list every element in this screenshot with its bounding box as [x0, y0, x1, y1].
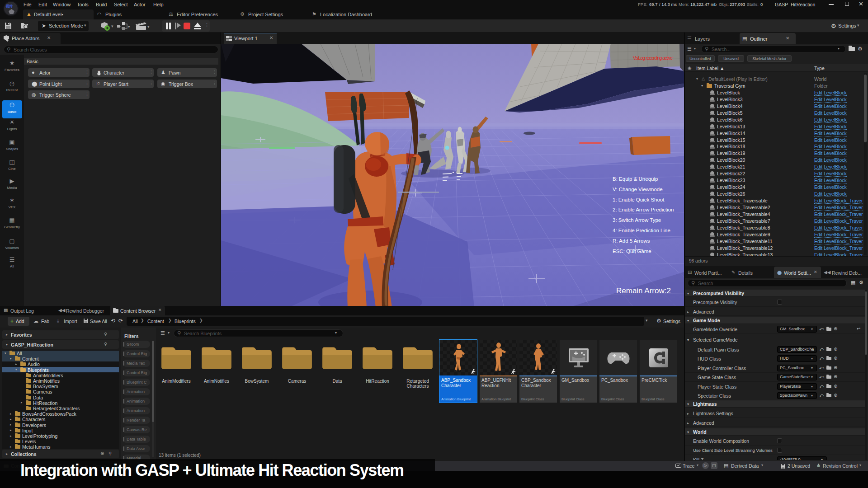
svg-text:ESC: Quit Game: ESC: Quit Game	[613, 249, 651, 254]
svg-text:R: Add 5 Arrows: R: Add 5 Arrows	[613, 238, 650, 244]
svg-text:VisLog recording active: VisLog recording active	[633, 55, 673, 61]
svg-text:4: Enable Prediction Line: 4: Enable Prediction Line	[613, 228, 670, 233]
svg-text:2: Enable Arrow Prediction: 2: Enable Arrow Prediction	[613, 207, 674, 212]
svg-text:V: Change Viewmode: V: Change Viewmode	[613, 187, 663, 192]
svg-text:3: Switch Arrow Type: 3: Switch Arrow Type	[613, 217, 661, 223]
svg-text:B: Equip & Unequip: B: Equip & Unequip	[613, 176, 658, 182]
svg-text:Remain Arrow:2: Remain Arrow:2	[616, 286, 671, 295]
svg-text:▾: ▾	[111, 24, 113, 28]
svg-text:1: Enable Quick Shoot: 1: Enable Quick Shoot	[613, 197, 665, 202]
svg-text:▾: ▾	[128, 24, 130, 29]
svg-text:▾: ▾	[147, 24, 150, 29]
